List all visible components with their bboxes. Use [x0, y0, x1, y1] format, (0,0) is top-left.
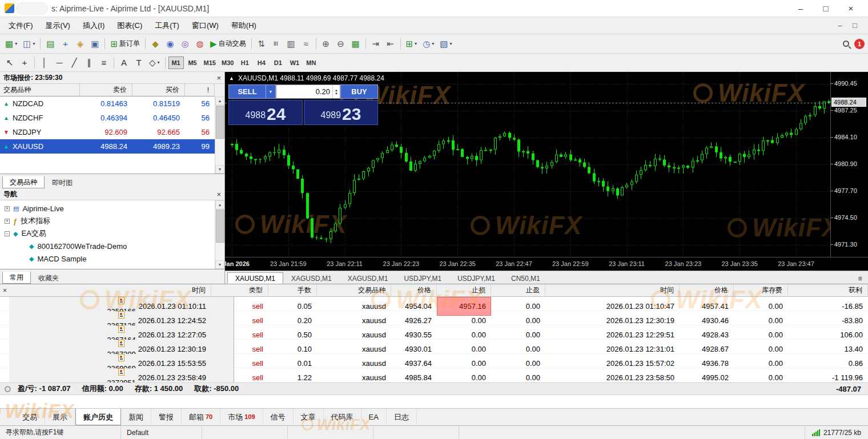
history-col-swap[interactable]: 库存费 [734, 284, 788, 297]
menu-tools[interactable]: 工具(T) [148, 17, 186, 34]
new-order-button[interactable]: ⊞新订单 [107, 37, 143, 51]
chart-shift-button[interactable]: ⇤ [383, 37, 398, 51]
timeframe-m15[interactable]: M15 [202, 57, 218, 69]
bottom-tab-exposure[interactable]: 展示 [45, 409, 75, 425]
market-watch-col-3[interactable]: ! [185, 84, 215, 96]
history-col-type[interactable]: 类型 [211, 284, 268, 297]
market-watch-scrollbar[interactable]: ▲ ▼ [215, 96, 224, 174]
community-icon[interactable]: ◍ [192, 37, 207, 51]
volume-input[interactable]: 0.20 ▲▼ [276, 84, 340, 99]
horizontal-line-tool[interactable]: ─ [52, 55, 67, 70]
menu-help[interactable]: 帮助(H) [225, 17, 263, 34]
autotrading-button[interactable]: ▶自动交易 [207, 37, 249, 51]
volume-spinner[interactable]: ▲▼ [332, 85, 340, 98]
bottom-tab-mailbox[interactable]: 邮箱70 [182, 409, 220, 425]
history-col-open-time[interactable]: 时间 [72, 284, 211, 297]
chart-tab-xauusd-m1[interactable]: XAUUSD,M1 [227, 272, 283, 284]
history-col-open-price[interactable]: 价格 [391, 284, 437, 297]
tile-windows-button[interactable]: ▦ [348, 37, 363, 51]
vertical-line-tool[interactable]: │ [37, 55, 52, 70]
navigator-close-button[interactable]: × [216, 190, 221, 199]
bottom-tab-experts[interactable]: EA [361, 409, 387, 425]
market-watch-row-nzdjpy[interactable]: ▼NZDJPY92.60992.66556 [0, 125, 215, 139]
nav-item-indicators[interactable]: +ƒ技术指标 [0, 215, 215, 227]
market-watch-tab-symbols[interactable]: 交易品种 [2, 176, 45, 188]
data-window-button[interactable]: + [58, 37, 73, 51]
profiles-button[interactable]: ◫▾ [20, 37, 38, 51]
auto-scroll-button[interactable]: ⇥ [368, 37, 383, 51]
child-restore-button[interactable]: □ [847, 21, 862, 30]
chart-tab-usdjpy-m1-a[interactable]: USDJPY,M1 [396, 272, 449, 284]
market-watch-button[interactable]: ▤ [43, 37, 58, 51]
chart-tab-xagusd-m1-b[interactable]: XAGUSD,M1 [340, 272, 396, 284]
sell-price-box[interactable]: 4988 24 [228, 100, 303, 125]
buy-button[interactable]: BUY [340, 84, 378, 99]
history-row[interactable]: 23672092026.01.23 12:30:19sell0.10xauusd… [0, 340, 868, 354]
timeframe-h4[interactable]: H4 [254, 57, 269, 69]
timeframe-mn[interactable]: MN [303, 57, 319, 69]
market-watch-row-nzdcad[interactable]: ▲NZDCAD0.814630.8151956 [0, 96, 215, 111]
bottom-tab-news[interactable]: 新闻 [121, 409, 151, 425]
menu-charts[interactable]: 图表(C) [111, 17, 148, 34]
notification-badge[interactable]: 1 [854, 39, 865, 49]
timeframe-m5[interactable]: M5 [185, 57, 200, 69]
zoom-out-button[interactable]: ⊖ [333, 37, 348, 51]
text-tool[interactable]: A [116, 55, 131, 70]
nav-item-account[interactable]: +▤Aiprime-Live [0, 202, 215, 215]
line-chart-button[interactable]: ≈ [299, 37, 314, 51]
bottom-tab-market[interactable]: 市场109 [220, 409, 263, 425]
history-col-tp[interactable]: 止盈 [491, 284, 545, 297]
menu-window[interactable]: 窗口(W) [186, 17, 225, 34]
buy-price-box[interactable]: 4989 23 [304, 100, 378, 125]
market-watch-col-0[interactable]: 交易品种 [0, 84, 80, 96]
cursor-tool[interactable]: ↖ [2, 55, 17, 70]
bottom-tab-articles[interactable]: 文章 [294, 409, 324, 425]
history-row[interactable]: 23671262026.01.23 12:24:52sell0.20xauusd… [0, 311, 868, 325]
channel-tool[interactable]: ∥ [82, 55, 97, 70]
toolbox-close-button[interactable]: × [3, 287, 7, 295]
bottom-tab-signals[interactable]: 信号 [263, 409, 294, 425]
market-watch-tab-tick-chart[interactable]: 即时图 [45, 176, 80, 188]
navigator-tab-favorites[interactable]: 收藏夹 [31, 272, 66, 284]
scrollbar-thumb[interactable] [216, 210, 224, 243]
candle-chart-button[interactable]: ▥ [284, 37, 299, 51]
history-col-volume[interactable]: 手数 [268, 284, 317, 297]
bottom-tab-journal[interactable]: 日志 [387, 409, 417, 425]
search-button[interactable] [838, 37, 853, 51]
templates-button[interactable]: ▧▾ [437, 37, 455, 51]
history-col-sl[interactable]: 止损 [437, 284, 491, 297]
menu-file[interactable]: 文件(F) [2, 17, 39, 34]
periods-button[interactable]: ◷▾ [420, 37, 437, 51]
menu-insert[interactable]: 插入(I) [77, 17, 111, 34]
history-col-profit[interactable]: 获利 [788, 284, 868, 297]
expand-icon[interactable]: + [5, 219, 10, 224]
market-watch-col-2[interactable]: 买价 [132, 84, 185, 96]
trendline-tool[interactable]: ╱ [67, 55, 82, 70]
sell-button[interactable]: SELL [228, 84, 266, 99]
label-tool[interactable]: T [131, 55, 146, 70]
collapse-icon[interactable]: - [5, 231, 10, 236]
timeframe-m30[interactable]: M30 [219, 57, 236, 69]
nav-item-ea-group[interactable]: -◆EA交易 [0, 227, 215, 240]
timeframe-h1[interactable]: H1 [237, 57, 252, 69]
algo-icon[interactable]: ◆ [148, 37, 163, 51]
spin-down-icon[interactable]: ▼ [335, 92, 338, 95]
timeframe-w1[interactable]: W1 [287, 57, 302, 69]
bottom-tab-trade[interactable]: 交易 [15, 409, 45, 425]
navigator-scrollbar[interactable]: ▲ ▼ [215, 200, 224, 269]
chart-tab-usdjpy-m1-b[interactable]: USDJPY,M1 [449, 272, 503, 284]
nav-item-ea-demo[interactable]: ◆800162700WeTrade-Demo [0, 240, 215, 252]
crosshair-tool[interactable]: + [17, 55, 32, 70]
history-row[interactable]: 23729512026.01.23 23:58:49sell1.22xauusd… [0, 368, 868, 382]
nav-item-macd-sample[interactable]: ◆MACD Sample [0, 252, 215, 265]
history-row[interactable]: 23671642026.01.23 12:27:05sell0.50xauusd… [0, 325, 868, 340]
expand-icon[interactable]: + [5, 206, 10, 211]
tick-chart-button[interactable]: ⇅ [254, 37, 269, 51]
history-row[interactable]: 23591662026.01.23 01:10:11sell0.05xauusd… [0, 297, 868, 311]
chart-tab-cn50-m1[interactable]: CN50,M1 [503, 272, 548, 284]
timeframe-m1[interactable]: M1 [168, 57, 184, 69]
scroll-down-icon[interactable]: ▼ [215, 260, 224, 269]
chart-tab-xagusd-m1-a[interactable]: XAGUSD,M1 [283, 272, 340, 284]
market-watch-row-xauusd[interactable]: ▲XAUUSD4988.244989.2399 [0, 139, 215, 154]
market-watch-col-1[interactable]: 卖价 [80, 84, 132, 96]
